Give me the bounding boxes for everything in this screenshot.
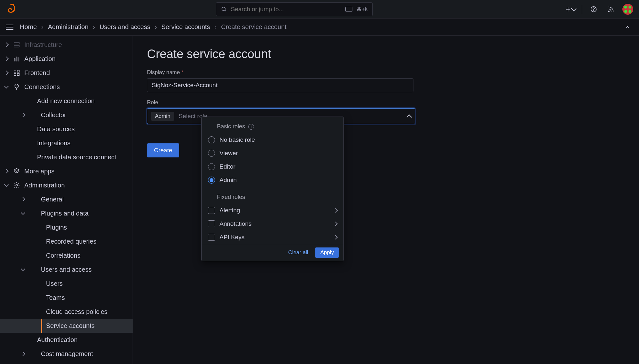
sidebar-item-label: Plugins: [46, 224, 67, 231]
main-content: Create service account Display name* Rol…: [133, 36, 639, 364]
sidebar-item-application[interactable]: Application: [0, 52, 133, 66]
role-option-admin[interactable]: Admin: [202, 173, 343, 187]
sidebar-item-private-ds-connect[interactable]: Private data source connect: [0, 150, 133, 164]
sidebar-item-label: Users: [46, 280, 63, 287]
svg-rect-10: [16, 57, 17, 61]
sidebar-item-data-sources[interactable]: Data sources: [0, 122, 133, 136]
chevron-right-icon: ›: [214, 23, 217, 31]
chevron-right-icon: [333, 235, 338, 239]
breadcrumb-users-and-access[interactable]: Users and access: [99, 23, 150, 31]
chevron-right-icon: ›: [155, 23, 157, 31]
sidebar-item-service-accounts[interactable]: Service accounts: [0, 319, 133, 333]
role-chip-admin: Admin: [151, 112, 174, 121]
sidebar-item-infrastructure[interactable]: Infrastructure: [0, 38, 133, 52]
svg-point-17: [16, 184, 18, 186]
role-label: Role: [147, 99, 415, 106]
apply-button[interactable]: Apply: [315, 247, 339, 258]
sidebar-item-label: Private data source connect: [37, 154, 116, 161]
menu-toggle-button[interactable]: [4, 21, 15, 33]
sidebar-item-connections[interactable]: Connections: [0, 80, 133, 94]
sidebar-item-authentication[interactable]: Authentication: [0, 333, 133, 347]
chevron-up-icon: [407, 115, 412, 120]
sidebar-item-teams[interactable]: Teams: [0, 291, 133, 305]
sidebar-item-label: Correlations: [46, 252, 81, 259]
sidebar-item-label: General: [41, 196, 64, 203]
radio-icon: [208, 163, 215, 170]
sidebar-nav: Infrastructure Application Frontend Conn…: [0, 36, 133, 364]
display-name-input[interactable]: [147, 78, 413, 92]
sidebar-item-users[interactable]: Users: [0, 277, 133, 291]
sidebar-item-label: Collector: [41, 111, 66, 119]
svg-point-6: [608, 11, 609, 12]
role-option-alerting[interactable]: Alerting: [202, 204, 343, 217]
global-search-input[interactable]: [231, 6, 342, 13]
info-icon[interactable]: i: [248, 124, 254, 130]
news-button[interactable]: [605, 4, 617, 15]
sidebar-item-correlations[interactable]: Correlations: [0, 248, 133, 262]
fixed-roles-header: Fixed roles: [202, 192, 343, 204]
sidebar-item-general[interactable]: General: [0, 192, 133, 206]
help-button[interactable]: [588, 4, 599, 15]
sidebar-item-recorded-queries[interactable]: Recorded queries: [0, 234, 133, 248]
chevron-down-icon: [571, 6, 577, 11]
create-new-button[interactable]: [565, 4, 576, 15]
svg-rect-15: [17, 73, 19, 75]
sidebar-item-cost-management[interactable]: Cost management: [0, 347, 133, 361]
clear-all-button[interactable]: Clear all: [285, 247, 311, 258]
role-option-label: Annotations: [219, 220, 251, 227]
radio-checked-icon: [208, 177, 215, 184]
user-avatar[interactable]: [622, 4, 633, 15]
role-option-api-keys[interactable]: API Keys: [202, 231, 343, 244]
divider: [582, 5, 582, 14]
dropdown-footer: Clear all Apply: [202, 244, 343, 261]
breadcrumb-service-accounts[interactable]: Service accounts: [161, 23, 210, 31]
sidebar-item-label: Cost management: [41, 350, 93, 358]
breadcrumb-current: Create service account: [221, 23, 287, 31]
page-title: Create service account: [147, 47, 639, 61]
role-dropdown: Basic roles i No basic role Viewer Edito…: [201, 117, 344, 261]
sidebar-item-label: Recorded queries: [46, 238, 96, 245]
chart-icon: [13, 55, 20, 63]
svg-rect-7: [14, 42, 19, 44]
role-option-label: API Keys: [219, 234, 244, 241]
breadcrumb-administration[interactable]: Administration: [48, 23, 89, 31]
breadcrumb-home[interactable]: Home: [20, 23, 37, 31]
sidebar-item-administration[interactable]: Administration: [0, 178, 133, 192]
sidebar-item-plugins-and-data[interactable]: Plugins and data: [0, 206, 133, 220]
grafana-logo-icon[interactable]: [6, 3, 18, 15]
chevron-right-icon: [333, 222, 338, 226]
sidebar-item-add-new-connection[interactable]: Add new connection: [0, 94, 133, 108]
sidebar-item-label: Cloud access policies: [46, 308, 107, 315]
checkbox-icon: [208, 207, 215, 214]
role-option-annotations[interactable]: Annotations: [202, 217, 343, 231]
role-option-editor[interactable]: Editor: [202, 160, 343, 173]
sidebar-item-label: Infrastructure: [24, 41, 62, 49]
svg-marker-16: [14, 169, 19, 171]
sidebar-item-frontend[interactable]: Frontend: [0, 66, 133, 80]
role-option-label: Editor: [219, 163, 235, 170]
server-icon: [13, 41, 20, 49]
sidebar-item-users-and-access[interactable]: Users and access: [0, 262, 133, 277]
sidebar-item-cloud-access-policies[interactable]: Cloud access policies: [0, 305, 133, 319]
svg-rect-8: [14, 45, 19, 47]
sidebar-item-more-apps[interactable]: More apps: [0, 164, 133, 178]
sidebar-item-label: Plugins and data: [41, 210, 89, 217]
sidebar-item-integrations[interactable]: Integrations: [0, 136, 133, 150]
top-bar: ⌘+k: [0, 0, 639, 19]
role-option-viewer[interactable]: Viewer: [202, 147, 343, 160]
sidebar-item-label: Teams: [46, 294, 65, 301]
role-option-no-basic[interactable]: No basic role: [202, 133, 343, 147]
collapse-button[interactable]: [622, 21, 633, 33]
svg-point-0: [222, 7, 225, 11]
global-search[interactable]: ⌘+k: [216, 2, 373, 16]
svg-rect-12: [14, 70, 16, 72]
chevron-right-icon: ›: [41, 23, 43, 31]
sidebar-item-label: Application: [24, 55, 56, 63]
sidebar-item-label: Administration: [24, 182, 65, 189]
sidebar-item-collector[interactable]: Collector: [0, 108, 133, 122]
breadcrumb-bar: Home › Administration › Users and access…: [0, 19, 639, 36]
create-button[interactable]: Create: [147, 143, 179, 157]
svg-line-1: [225, 10, 226, 11]
plug-icon: [13, 83, 20, 91]
sidebar-item-plugins[interactable]: Plugins: [0, 220, 133, 234]
